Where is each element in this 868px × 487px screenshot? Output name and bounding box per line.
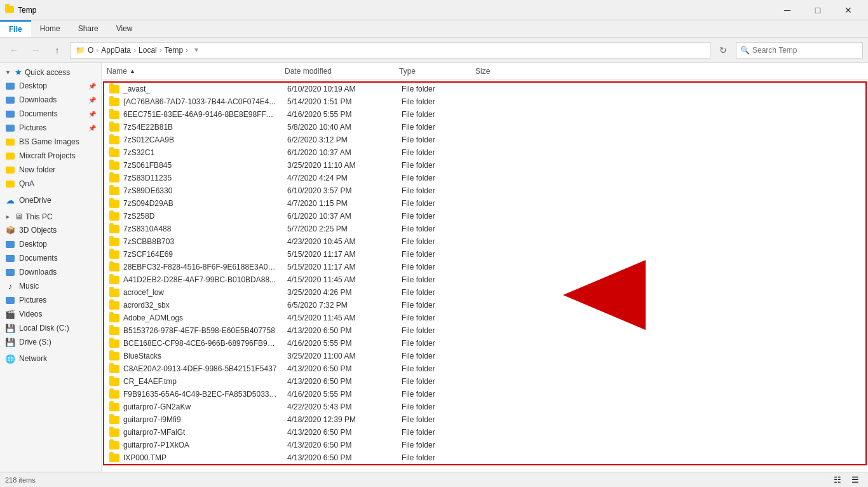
table-row[interactable]: CR_E4AEF.tmp 4/13/2020 6:50 PM File fold… xyxy=(104,375,865,388)
sidebar-item-pc-pictures[interactable]: Pictures xyxy=(0,293,101,307)
sidebar-quick-access-header[interactable]: ▼ ★ Quick access xyxy=(0,65,101,79)
table-row[interactable]: 7zS89DE6330 6/10/2020 3:57 PM File folde… xyxy=(104,184,865,197)
sidebar-item-newfolder[interactable]: New folder xyxy=(0,163,101,177)
file-type-col: File folder xyxy=(397,236,473,247)
tab-file[interactable]: File xyxy=(0,20,31,37)
bsgames-icon xyxy=(5,137,15,147)
table-row[interactable]: 7zS83D11235 4/7/2020 4:24 PM File folder xyxy=(104,172,865,184)
table-row[interactable]: A41D2EB2-D28E-4AF7-99BC-B010BDA88... 4/1… xyxy=(104,273,865,286)
file-size-col xyxy=(473,299,536,311)
sidebar-pc-desktop-label: Desktop xyxy=(19,240,47,249)
table-row[interactable]: BCE168EC-CF98-4CE6-966B-689796FB9C47 4/1… xyxy=(104,337,865,350)
file-type-col: File folder xyxy=(397,134,473,146)
file-date-col: 5/14/2020 1:51 PM xyxy=(282,96,397,107)
file-name-col: 7zSCF164E69 xyxy=(104,249,282,260)
file-name: 28EBFC32-F828-4516-8F6F-9E6188E3A02A xyxy=(123,263,277,271)
tab-view[interactable]: View xyxy=(107,20,142,37)
file-size-col xyxy=(473,350,536,362)
file-type: File folder xyxy=(402,415,435,424)
table-row[interactable]: 7zS061FB845 3/25/2020 11:10 AM File fold… xyxy=(104,159,865,172)
col-header-date[interactable]: Date modified xyxy=(280,64,394,78)
sidebar-item-pc-documents[interactable]: Documents xyxy=(0,251,101,265)
table-row[interactable]: 6EEC751E-83EE-46A9-9146-8BE8E98FFA65 4/1… xyxy=(104,108,865,121)
back-button[interactable]: ← xyxy=(5,41,23,59)
col-date-label: Date modified xyxy=(285,67,332,76)
table-row[interactable]: 7zSCBB8B703 4/23/2020 10:45 AM File fold… xyxy=(104,235,865,248)
sidebar-item-qna[interactable]: QnA xyxy=(0,177,101,191)
col-header-name[interactable]: Name ▲ xyxy=(102,64,280,78)
sidebar-thispc-header[interactable]: ► 🖥 This PC xyxy=(0,210,101,223)
sidebar-item-downloads[interactable]: Downloads 📌 xyxy=(0,93,101,107)
sidebar-item-network[interactable]: 🌐 Network xyxy=(0,352,101,366)
sidebar-item-localc[interactable]: 💾 Local Disk (C:) xyxy=(0,321,101,335)
pin-icon: 📌 xyxy=(88,83,96,90)
forward-button[interactable]: → xyxy=(27,41,44,59)
file-type-col: File folder xyxy=(397,376,473,387)
table-row[interactable]: guitarpro7-I9Mfi9 4/18/2020 12:39 PM Fil… xyxy=(104,413,865,426)
tab-share[interactable]: Share xyxy=(69,20,107,37)
table-row[interactable]: IXP000.TMP 4/13/2020 6:50 PM File folder xyxy=(104,451,865,464)
sidebar-item-pc-downloads[interactable]: Downloads xyxy=(0,265,101,279)
table-row[interactable]: acrord32_sbx 6/5/2020 7:32 PM File folde… xyxy=(104,299,865,312)
tab-home[interactable]: Home xyxy=(31,20,69,37)
file-size-col xyxy=(473,427,536,438)
file-date: 3/25/2020 11:10 AM xyxy=(287,161,355,170)
file-name-col: acrocef_low xyxy=(104,287,282,298)
col-header-size[interactable]: Size xyxy=(470,64,534,78)
sidebar-desktop-label: Desktop xyxy=(19,81,47,90)
detail-view-button[interactable]: ☰ xyxy=(848,474,863,486)
address-path[interactable]: 📁 O › AppData › Local › Temp › ▼ xyxy=(70,42,710,58)
table-row[interactable]: B5153726-978F-4E7F-B598-E60E5B407758 4/1… xyxy=(104,324,865,337)
minimize-button[interactable]: ─ xyxy=(773,0,802,20)
table-row[interactable]: 7zSCF164E69 5/15/2020 11:17 AM File fold… xyxy=(104,248,865,261)
close-button[interactable]: ✕ xyxy=(834,0,863,20)
maximize-button[interactable]: □ xyxy=(803,0,832,20)
sidebar-item-documents[interactable]: Documents 📌 xyxy=(0,107,101,121)
table-row[interactable]: BlueStacks 3/25/2020 11:00 AM File folde… xyxy=(104,350,865,362)
table-row[interactable]: 7zS094D29AB 4/7/2020 1:15 PM File folder xyxy=(104,197,865,210)
file-type: File folder xyxy=(402,186,435,195)
list-view-button[interactable]: ☷ xyxy=(830,474,845,486)
table-row[interactable]: {AC76BA86-7AD7-1033-7B44-AC0F074E4... 5/… xyxy=(104,95,865,108)
folder-icon-inline xyxy=(109,276,119,284)
sidebar-item-mixcraft[interactable]: Mixcraft Projects xyxy=(0,149,101,163)
sidebar-item-music[interactable]: ♪ Music xyxy=(0,279,101,293)
table-row[interactable]: F9B91635-65A6-4C49-B2EC-FA853D50331F 4/1… xyxy=(104,388,865,401)
table-row[interactable]: 28EBFC32-F828-4516-8F6F-9E6188E3A02A 5/1… xyxy=(104,261,865,273)
file-name: acrord32_sbx xyxy=(123,301,170,310)
file-type-col: File folder xyxy=(397,121,473,133)
search-input[interactable] xyxy=(752,46,858,55)
file-name-col: 7zS258D xyxy=(104,210,282,222)
table-row[interactable]: 7zS258D 6/1/2020 10:37 AM File folder xyxy=(104,210,865,223)
folder-icon-inline xyxy=(109,161,119,170)
sidebar-item-3dobjects[interactable]: 📦 3D Objects xyxy=(0,223,101,237)
table-row[interactable]: acrocef_low 3/25/2020 4:26 PM File folde… xyxy=(104,286,865,299)
table-row[interactable]: 7zS012CAA9B 6/2/2020 3:12 PM File folder xyxy=(104,134,865,146)
expand-icon: ▼ xyxy=(5,69,11,76)
status-bar-right: ☷ ☰ xyxy=(830,474,863,486)
table-row[interactable]: Adobe_ADMLogs 4/15/2020 11:45 AM File fo… xyxy=(104,312,865,324)
table-row[interactable]: guitarpro7-MFalGt 4/13/2020 6:50 PM File… xyxy=(104,426,865,439)
sidebar-item-videos[interactable]: 🎬 Videos xyxy=(0,307,101,321)
table-row[interactable]: 7zS32C1 6/1/2020 10:37 AM File folder xyxy=(104,146,865,159)
table-row[interactable]: 7zS8310A488 5/7/2020 2:25 PM File folder xyxy=(104,223,865,235)
sidebar-item-onedrive[interactable]: ☁ OneDrive xyxy=(0,193,101,207)
window-title: Temp xyxy=(18,6,36,15)
file-size-col xyxy=(473,452,536,463)
table-row[interactable]: 7zS4E22B81B 5/8/2020 10:40 AM File folde… xyxy=(104,121,865,134)
table-row[interactable]: C8AE20A2-0913-4DEF-9986-5B42151F5437 4/1… xyxy=(104,362,865,375)
table-row[interactable]: guitarpro7-GN2aKw 4/22/2020 5:43 PM File… xyxy=(104,401,865,413)
sidebar-item-pc-desktop[interactable]: Desktop xyxy=(0,237,101,251)
file-type-col: File folder xyxy=(397,223,473,235)
file-name: acrocef_low xyxy=(123,288,164,297)
sidebar-item-desktop[interactable]: Desktop 📌 xyxy=(0,79,101,93)
up-button[interactable]: ↑ xyxy=(48,41,66,59)
sidebar-item-drives[interactable]: 💾 Drive (S:) xyxy=(0,335,101,349)
sidebar-item-bsgames[interactable]: BS Game Images xyxy=(0,135,101,149)
sidebar-item-pictures[interactable]: Pictures 📌 xyxy=(0,121,101,135)
col-header-type[interactable]: Type xyxy=(394,64,470,78)
refresh-button[interactable]: ↻ xyxy=(714,41,732,59)
file-name: 7zS012CAA9B xyxy=(123,135,174,144)
table-row[interactable]: guitarpro7-P1XkOA 4/13/2020 6:50 PM File… xyxy=(104,439,865,451)
table-row[interactable]: _avast_ 6/10/2020 10:19 AM File folder xyxy=(104,83,865,95)
